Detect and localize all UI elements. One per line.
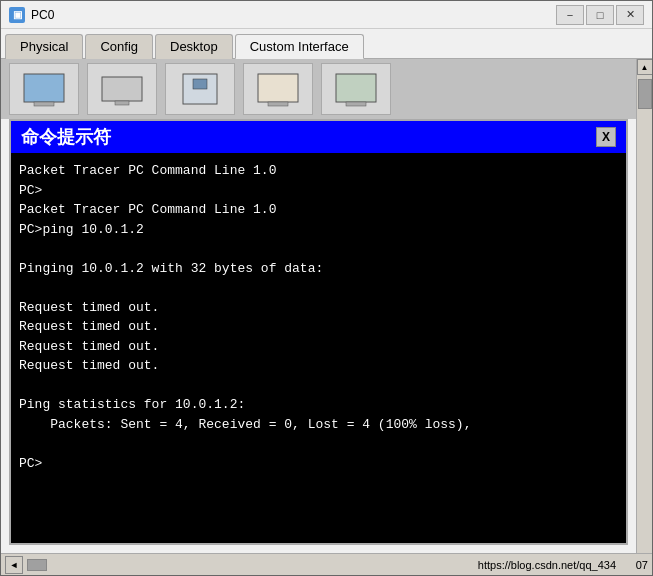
horizontal-scroll-thumb[interactable] bbox=[27, 559, 47, 571]
thumbnail-1[interactable] bbox=[9, 63, 79, 115]
tab-custom-interface[interactable]: Custom Interface bbox=[235, 34, 364, 59]
scroll-left-button[interactable]: ◄ bbox=[5, 556, 23, 574]
main-window: ▣ PC0 − □ ✕ Physical Config Desktop Cust… bbox=[0, 0, 653, 576]
svg-rect-6 bbox=[258, 74, 298, 102]
content-with-scrollbar: 命令提示符 X Packet Tracer PC Command Line 1.… bbox=[1, 59, 652, 553]
cmd-title-bar: 命令提示符 X bbox=[11, 121, 626, 153]
cmd-body[interactable]: Packet Tracer PC Command Line 1.0 PC> Pa… bbox=[11, 153, 626, 543]
svg-rect-0 bbox=[24, 74, 64, 102]
close-button[interactable]: ✕ bbox=[616, 5, 644, 25]
cmd-close-button[interactable]: X bbox=[596, 127, 616, 147]
svg-rect-9 bbox=[346, 102, 366, 106]
svg-rect-1 bbox=[34, 102, 54, 106]
tab-config[interactable]: Config bbox=[85, 34, 153, 59]
scroll-up-button[interactable]: ▲ bbox=[637, 59, 653, 75]
thumbnail-5[interactable] bbox=[321, 63, 391, 115]
thumbnails-strip bbox=[1, 59, 636, 119]
svg-rect-7 bbox=[268, 102, 288, 106]
svg-rect-2 bbox=[102, 77, 142, 101]
svg-rect-8 bbox=[336, 74, 376, 102]
window-controls: − □ ✕ bbox=[556, 5, 644, 25]
tab-bar: Physical Config Desktop Custom Interface bbox=[1, 29, 652, 59]
window-icon: ▣ bbox=[9, 7, 25, 23]
status-bar: ◄ https://blog.csdn.net/qq_434 07 bbox=[1, 553, 652, 575]
thumbnail-2[interactable] bbox=[87, 63, 157, 115]
horizontal-scroll-area bbox=[23, 559, 478, 571]
inner-content: 命令提示符 X Packet Tracer PC Command Line 1.… bbox=[1, 59, 636, 553]
tab-physical[interactable]: Physical bbox=[5, 34, 83, 59]
svg-rect-5 bbox=[193, 79, 207, 89]
cmd-panel: 命令提示符 X Packet Tracer PC Command Line 1.… bbox=[9, 119, 628, 545]
status-page-number: 07 bbox=[624, 559, 648, 571]
title-bar: ▣ PC0 − □ ✕ bbox=[1, 1, 652, 29]
tab-desktop[interactable]: Desktop bbox=[155, 34, 233, 59]
window-title: PC0 bbox=[31, 8, 556, 22]
svg-rect-3 bbox=[115, 101, 129, 105]
vertical-scrollbar: ▲ bbox=[636, 59, 652, 553]
status-url: https://blog.csdn.net/qq_434 bbox=[478, 559, 624, 571]
thumbnail-3[interactable] bbox=[165, 63, 235, 115]
cmd-title: 命令提示符 bbox=[21, 125, 111, 149]
maximize-button[interactable]: □ bbox=[586, 5, 614, 25]
thumbnail-4[interactable] bbox=[243, 63, 313, 115]
minimize-button[interactable]: − bbox=[556, 5, 584, 25]
scroll-thumb[interactable] bbox=[638, 79, 652, 109]
